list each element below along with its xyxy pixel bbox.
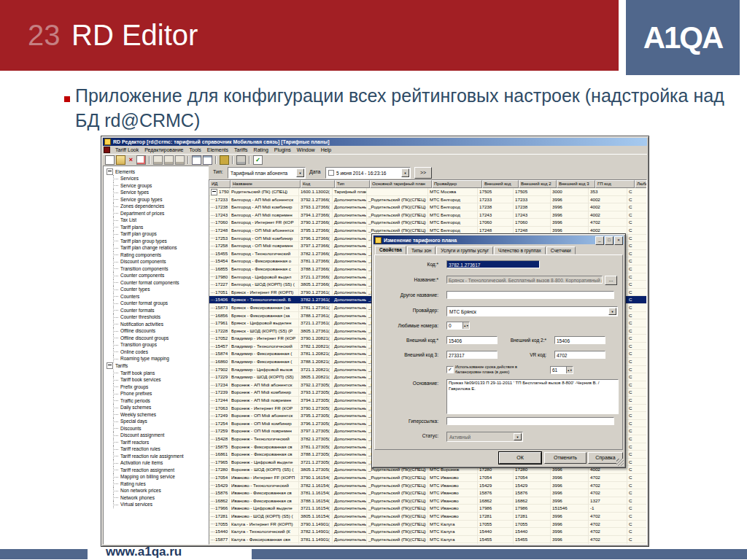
date-checkbox[interactable]: [328, 170, 334, 176]
expand-filter-button[interactable]: >>: [414, 167, 432, 179]
column-header-провайдер[interactable]: Провайдер: [432, 180, 482, 188]
tree-item-tariff-book-services[interactable]: Tariff book services: [107, 376, 212, 384]
delete-icon[interactable]: ×: [127, 156, 135, 164]
table-row[interactable]: 17060Белгород - Интернет FR (КОР3790.1.2…: [209, 219, 646, 227]
column-header-внешний-код-2[interactable]: Внешний код 2: [519, 180, 557, 188]
table-row[interactable]: 17243Белгород - АП Midi повремен3794.1.2…: [209, 211, 646, 219]
tree-item-online-codes[interactable]: Online codes: [107, 349, 212, 356]
tree-item-service-types[interactable]: Service types: [107, 189, 212, 196]
ok-button[interactable]: ОК: [499, 452, 541, 464]
tree-item-counters[interactable]: Counters: [107, 293, 212, 300]
tree-item-activation-rule-items[interactable]: Activation rule items: [107, 459, 212, 467]
tree-item-department-of-prices[interactable]: Department of prices: [107, 210, 212, 217]
chevron-down-icon[interactable]: ▼: [608, 308, 616, 315]
table-row[interactable]: 16817Калуга - Фиксированная свя3788.1.14…: [209, 543, 646, 545]
column-header-код[interactable]: Код: [301, 180, 335, 188]
tree-item-non-network-prices[interactable]: Non network prices: [107, 487, 212, 494]
chevron-down-icon[interactable]: ▼: [296, 168, 304, 177]
tree-item-discount-assignment[interactable]: Discount assignment: [107, 432, 212, 439]
tab-услуги-и-группы-услуг[interactable]: Услуги и группы услуг: [436, 246, 493, 254]
table-row[interactable]: 17281Иваново - ШОД (КОРП) (S5) (3805.1.1…: [209, 513, 646, 521]
validity-stepper[interactable]: 61 ▲▼: [550, 366, 573, 374]
tree-item-service-groups[interactable]: Service groups: [107, 182, 212, 190]
tree-item-tariff-reaction-rules[interactable]: Tariff reaction rules: [107, 446, 212, 453]
tree-item-rating-rules[interactable]: Rating rules: [107, 481, 212, 488]
tree-item-counter-components[interactable]: Counter components: [107, 272, 212, 279]
tree-item-tariff-plan-change-relations[interactable]: Tariff plan change relations: [107, 244, 212, 252]
tree-item-mapping-on-billing-service[interactable]: Mapping on billing service: [107, 473, 212, 481]
archive-icon[interactable]: [220, 155, 229, 165]
menu-window[interactable]: Window: [294, 147, 318, 152]
validity-checkbox[interactable]: ✓: [446, 366, 454, 373]
menu-редактирование[interactable]: Редактирование: [142, 147, 186, 152]
dialog-title-bar[interactable]: Изменение тарифного плана: [374, 236, 624, 244]
provider-dropdown[interactable]: МТС Брянск ▼: [446, 306, 618, 316]
menu-plugins[interactable]: Plugins: [271, 147, 294, 152]
favorite-numbers-stepper[interactable]: 0 ▲▼: [446, 322, 470, 330]
tree-item-counter-format-components[interactable]: Counter format components: [107, 279, 212, 287]
table-row[interactable]: 15429Иваново - Технологический3782.1.161…: [209, 482, 646, 490]
table-row[interactable]: 16862Иваново - Фиксированная св3788.1.16…: [209, 497, 646, 505]
minimize-icon[interactable]: _: [595, 236, 604, 245]
tree-item-prefix-groups[interactable]: Prefix groups: [107, 384, 212, 391]
tree-item-phone-prefixes[interactable]: Phone prefixes: [107, 390, 212, 397]
column-header-гп-код[interactable]: ГП код: [595, 180, 635, 188]
tree-item-notification-activities[interactable]: Notification activities: [107, 321, 212, 328]
tree-item-tariff-plan-group-types[interactable]: Tariff plan group types: [107, 238, 212, 245]
ext-code3-input[interactable]: 273317: [446, 351, 498, 359]
tree-item-rating-components[interactable]: Rating components: [107, 252, 212, 259]
tree-item-tax-list[interactable]: Tax List: [107, 217, 212, 224]
resize-grip[interactable]: [616, 459, 624, 466]
tab-членство-в-группах[interactable]: Членство в группах: [494, 246, 546, 254]
tree-item-virtual-services[interactable]: Virtual services: [107, 501, 212, 508]
tree-item-zones-dependencies[interactable]: Zones dependencies: [107, 203, 212, 210]
export-icon[interactable]: [136, 155, 146, 165]
tree-item-daily-schemes[interactable]: Daily schemes: [107, 404, 212, 411]
menu-tools[interactable]: Tools: [187, 147, 204, 152]
tree-item-traffic-periods[interactable]: Traffic periods: [107, 397, 212, 405]
browse-button[interactable]: ...: [605, 276, 617, 285]
table-row[interactable]: 17238Белгород - АП Midi комбинир3793.1.2…: [209, 203, 646, 211]
tree-item-counter-format-groups[interactable]: Counter format groups: [107, 300, 212, 307]
column-header-основной-тарифный-план[interactable]: Основной тарифный план: [370, 180, 432, 188]
type-filter-dropdown[interactable]: Тарифный план абонента ▼: [228, 167, 306, 179]
tree-item-transition-groups[interactable]: Transition groups: [107, 341, 212, 349]
other-name-input[interactable]: [446, 291, 614, 299]
view-2-icon[interactable]: [203, 155, 212, 165]
assign-2-icon[interactable]: [164, 155, 174, 165]
column-header-ид[interactable]: ИД: [209, 180, 231, 188]
tree-item-counter-formats[interactable]: Counter formats: [107, 307, 212, 314]
tree-item-tariff-book-plans[interactable]: Tariff book plans: [107, 370, 212, 377]
print-icon[interactable]: [236, 155, 246, 165]
collapse-icon[interactable]: [107, 362, 113, 369]
table-row[interactable]: 15440Калуга - Технологический (К3782.1.1…: [209, 528, 646, 536]
tree-root-elements[interactable]: Elements: [107, 168, 212, 175]
tab-счетчики[interactable]: Счетчики: [546, 246, 576, 254]
tree-root-tariffs[interactable]: Tariffs: [107, 362, 212, 370]
tree-item-weekly-schemes[interactable]: Weekly schemes: [107, 411, 212, 419]
tab-свойства[interactable]: Свойства: [375, 246, 406, 254]
ext-code2-input[interactable]: 15406: [554, 336, 605, 344]
column-header-тип[interactable]: Тип: [335, 180, 370, 188]
menu-help[interactable]: Help: [318, 147, 334, 152]
tree-item-tariff-reactors[interactable]: Tariff reactors: [107, 439, 212, 446]
column-header-внешний-код-3[interactable]: Внешний код 3: [557, 180, 595, 188]
menu-tariffs[interactable]: Tariffs: [231, 147, 251, 152]
maximize-icon[interactable]: □: [605, 236, 614, 245]
tree-item-tariff-reaction-rule-assignment[interactable]: Tariff reaction rule assignment: [107, 453, 212, 460]
hyperlink-input[interactable]: [446, 417, 614, 425]
table-row[interactable]: 17055Калуга - Интернет FR (КОРП)3790.1.1…: [209, 521, 646, 529]
collapse-icon[interactable]: [107, 168, 113, 175]
tree-item-tariff-reaction-assignment[interactable]: Tariff reaction assignment: [107, 467, 212, 474]
tree-item-network-phones[interactable]: Network phones: [107, 494, 212, 502]
tree-item-counter-types[interactable]: Counter types: [107, 286, 212, 293]
reason-textarea[interactable]: Приказ №09/0133 П 29-11-2011 ' ТП Беспла…: [446, 379, 619, 414]
new-icon[interactable]: [105, 155, 115, 165]
spinner-arrows-icon[interactable]: ▲▼: [462, 322, 469, 329]
code-input[interactable]: 3782.1.273617: [446, 260, 540, 268]
tree-item-discount-components[interactable]: Discount components: [107, 258, 212, 265]
column-header-внешний-код[interactable]: Внешний код: [482, 180, 519, 188]
check-icon[interactable]: ✓: [253, 155, 263, 165]
table-row[interactable]: 15876Иваново - Фиксированная св3781.1.16…: [209, 489, 646, 497]
tree-item-discounts[interactable]: Discounts: [107, 425, 212, 432]
